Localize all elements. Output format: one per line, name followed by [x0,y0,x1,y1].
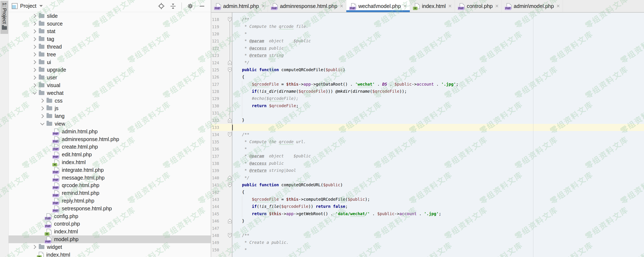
code-line-text[interactable]: $qrcodeFile = $this->computeQRCodeFile($… [232,196,370,203]
editor-tab-admin-model-php[interactable]: PHPadmin\model.php× [502,0,563,12]
tree-item-thread[interactable]: thread [8,43,211,51]
fold-end-icon[interactable] [228,60,232,65]
tree-item-widget[interactable]: widget [8,243,211,251]
chevron-right-icon[interactable] [32,246,37,249]
chevron-down-icon[interactable] [40,5,43,7]
tree-item-stat[interactable]: stat [8,28,211,35]
tree-item-upgrade[interactable]: upgrade [8,66,211,74]
fold-collapse-icon[interactable] [228,68,232,72]
code-line-text[interactable]: * [232,30,247,37]
collapse-all-icon[interactable] [170,3,176,9]
tree-item-adminresponse-html-php[interactable]: PHPadminresponse.html.php [8,135,211,143]
editor-tab-wechat-model-php[interactable]: PHPwechat\model.php× [346,0,410,12]
chevron-down-icon[interactable] [32,92,37,94]
chevron-right-icon[interactable] [32,45,37,48]
chevron-down-icon[interactable] [40,123,45,125]
tree-item-message-html-php[interactable]: PHPmessage.html.php [8,174,211,182]
close-icon[interactable]: × [495,4,498,8]
tree-item-model-php[interactable]: PHPmodel.php [8,236,211,243]
code-line-text[interactable]: /** [232,232,249,239]
tree-item-config-php[interactable]: PHPconfig.php [8,213,211,220]
tree-item-visual[interactable]: visual [8,81,211,89]
code-line-text[interactable]: * [232,246,247,254]
tree-item-wechat[interactable]: wechat [8,89,211,97]
tree-item-tree[interactable]: tree [8,51,211,58]
code-line-text[interactable]: $qrcodeFile = $this->app->getDataRoot() … [232,81,458,88]
project-view-selector[interactable]: Project [20,3,36,9]
tree-item-index-html[interactable]: Hindex.html [8,251,211,257]
close-icon[interactable]: × [403,4,407,8]
tree-item-lang[interactable]: lang [8,112,211,120]
chevron-right-icon[interactable] [32,76,37,79]
chevron-right-icon[interactable] [32,38,37,41]
fold-collapse-icon[interactable] [228,17,232,22]
tree-item-slide[interactable]: slide [8,12,211,20]
close-icon[interactable]: × [448,4,452,8]
fold-collapse-icon[interactable] [228,183,232,187]
code-line-text[interactable]: */ [232,174,249,182]
hide-icon[interactable] [198,3,205,9]
code-line-text[interactable]: * @access public [232,45,284,52]
code-line-text[interactable]: /** [232,131,249,138]
tree-item-create-html-php[interactable]: PHPcreate.html.php [8,143,211,151]
code-line-text[interactable]: * @return string|bool [232,167,296,174]
tree-item-ui[interactable]: ui [8,58,211,66]
code-line-text[interactable]: * @param object $public [232,153,311,160]
code-line-text[interactable]: * @param object $public [232,37,311,44]
tree-item-tag[interactable]: tag [8,35,211,43]
code-line-text[interactable]: * @access public [232,160,284,167]
fold-end-icon[interactable] [228,176,232,180]
tree-item-index-html[interactable]: Hindex.html [8,228,211,236]
code-line-text[interactable]: return $this->app->getWebRoot() . 'data/… [232,210,441,218]
chevron-right-icon[interactable] [40,115,45,118]
code-line-text[interactable]: * Compute the qrcode url. [232,138,306,145]
fold-end-icon[interactable] [228,219,232,223]
chevron-right-icon[interactable] [32,14,37,17]
code-line-text[interactable]: * @return string [232,52,284,59]
fold-collapse-icon[interactable] [228,132,232,137]
code-line-text[interactable]: * Create a public. [232,239,289,246]
code-line-text[interactable]: /** [232,16,249,23]
settings-icon[interactable] [187,3,194,9]
chevron-right-icon[interactable] [40,99,45,102]
tree-item-edit-html-php[interactable]: PHPedit.html.php [8,151,211,158]
code-line-text[interactable]: * Compute the qrcode file. [232,23,308,30]
project-tool-window-button[interactable]: 1: Project [0,1,8,34]
code-line-text[interactable]: } [232,117,244,124]
chevron-right-icon[interactable] [32,61,37,64]
editor-tab-control-php[interactable]: PHPcontrol.php× [455,0,502,12]
code-line-text[interactable]: { [232,189,244,196]
tree-item-js[interactable]: js [8,105,211,112]
panel-splitter[interactable] [211,0,211,257]
tree-item-css[interactable]: css [8,97,211,105]
tree-item-admin-html-php[interactable]: PHPadmin.html.php [8,128,211,135]
tree-item-control-php[interactable]: PHPcontrol.php [8,220,211,228]
code-line-text[interactable]: * [232,145,247,153]
close-icon[interactable]: × [340,4,343,8]
code-line-text[interactable]: */ [232,59,249,66]
fold-end-icon[interactable] [228,118,232,123]
code-line-text[interactable]: public function computeQRCodeURL($public… [232,182,343,189]
tree-item-setresponse-html-php[interactable]: PHPsetresponse.html.php [8,205,211,213]
tree-item-view[interactable]: view [8,120,211,128]
tree-item-source[interactable]: source [8,20,211,28]
code-line-text[interactable]: } [232,218,244,225]
code-line-text[interactable]: if(!is_file($qrcodeFile)) return false; [232,203,348,210]
locate-icon[interactable] [158,3,165,9]
chevron-right-icon[interactable] [32,84,37,87]
close-icon[interactable]: × [556,4,560,8]
editor-tab-admin-html-php[interactable]: PHPadmin.html.php× [211,0,268,12]
chevron-right-icon[interactable] [32,30,37,33]
tree-item-user[interactable]: user [8,74,211,81]
chevron-right-icon[interactable] [32,53,37,56]
close-icon[interactable]: × [262,4,265,8]
code-line-text[interactable]: if(!is_dir(dirname($qrcodeFile))) @mkdir… [232,88,407,95]
chevron-right-icon[interactable] [32,68,37,71]
tree-item-remind-html-php[interactable]: PHPremind.html.php [8,189,211,197]
editor-tab-index-html[interactable]: Hindex.html× [410,0,455,12]
code-line-text[interactable]: public function computeQRCodeFile($publi… [232,66,345,73]
chevron-right-icon[interactable] [32,22,37,25]
editor-body[interactable]: 118 /**119 * Compute the qrcode file.120… [211,12,644,257]
tree-item-qrcode-html-php[interactable]: PHPqrcode.html.php [8,182,211,189]
tree-item-index-html[interactable]: Hindex.html [8,158,211,166]
